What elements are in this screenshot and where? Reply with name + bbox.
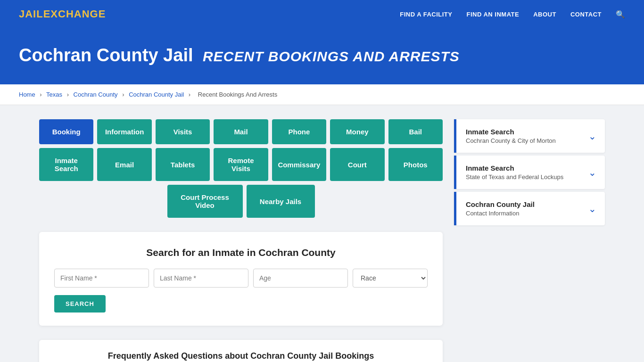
hero-title-main: Cochran County Jail: [19, 45, 193, 65]
btn-remote-visits[interactable]: Remote Visits: [214, 148, 268, 181]
nav-find-facility[interactable]: FIND A FACILITY: [400, 11, 452, 18]
nav-search-icon[interactable]: 🔍: [616, 10, 625, 19]
chevron-down-icon: ⌄: [588, 203, 596, 214]
sidebar-card-3-subtitle: Contact Information: [466, 210, 535, 217]
left-column: Booking Information Visits Mail Phone Mo…: [39, 119, 443, 362]
right-sidebar: Inmate Search Cochran County & City of M…: [454, 119, 605, 228]
sidebar-card-inmate-search-texas[interactable]: Inmate Search State of Texas and Federal…: [454, 156, 605, 189]
btn-photos[interactable]: Photos: [388, 148, 443, 181]
sidebar-card-contact-info[interactable]: Cochran County Jail Contact Information …: [454, 192, 605, 225]
sidebar-card-inmate-search-cochran[interactable]: Inmate Search Cochran County & City of M…: [454, 119, 605, 153]
btn-money[interactable]: Money: [330, 119, 384, 144]
button-row-3: Court Process Video Nearby Jails: [39, 185, 443, 218]
nav-find-inmate[interactable]: FIND AN INMATE: [466, 11, 519, 18]
btn-nearby-jails[interactable]: Nearby Jails: [247, 185, 315, 218]
race-select[interactable]: Race White Black Hispanic Asian Other: [353, 269, 428, 288]
sidebar-card-2-title: Inmate Search: [466, 164, 563, 172]
breadcrumb-home[interactable]: Home: [19, 91, 35, 98]
page-title: Cochran County Jail RECENT BOOKINGS AND …: [19, 45, 625, 66]
sidebar-card-3-title: Cochran County Jail: [466, 200, 535, 208]
chevron-down-icon: ⌄: [588, 131, 596, 142]
nav-contact[interactable]: CONTACT: [570, 11, 602, 18]
sidebar-card-2-subtitle: State of Texas and Federal Lockups: [466, 173, 563, 181]
site-logo: JAILEXCHANGE: [19, 8, 106, 20]
faq-title: Frequently Asked Questions about Cochran…: [54, 351, 428, 361]
breadcrumb-current: Recent Bookings And Arrests: [198, 91, 277, 98]
navigation: JAILEXCHANGE FIND A FACILITY FIND AN INM…: [0, 0, 644, 28]
btn-email[interactable]: Email: [97, 148, 151, 181]
hero-title-subtitle: RECENT BOOKINGS AND ARRESTS: [203, 49, 460, 64]
sidebar-card-1-title: Inmate Search: [466, 128, 556, 136]
btn-court-process-video[interactable]: Court Process Video: [167, 185, 243, 218]
btn-commissary[interactable]: Commissary: [272, 148, 326, 181]
btn-visits[interactable]: Visits: [156, 119, 210, 144]
logo-jail: JAIL: [19, 8, 43, 20]
btn-booking[interactable]: Booking: [39, 119, 93, 144]
btn-court[interactable]: Court: [330, 148, 384, 181]
nav-links: FIND A FACILITY FIND AN INMATE ABOUT CON…: [400, 10, 625, 19]
faq-section: Frequently Asked Questions about Cochran…: [39, 340, 443, 362]
nav-about[interactable]: ABOUT: [533, 11, 556, 18]
search-fields: Race White Black Hispanic Asian Other: [54, 269, 428, 288]
breadcrumb-texas[interactable]: Texas: [46, 91, 62, 98]
main-content: Booking Information Visits Mail Phone Mo…: [20, 105, 624, 362]
search-title: Search for an Inmate in Cochran County: [54, 247, 428, 258]
logo-exchange: EXCHANGE: [43, 8, 106, 20]
btn-information[interactable]: Information: [97, 119, 151, 144]
nav-button-grid: Booking Information Visits Mail Phone Mo…: [39, 119, 443, 218]
first-name-input[interactable]: [54, 269, 149, 288]
btn-mail[interactable]: Mail: [214, 119, 268, 144]
breadcrumb-cochran-jail[interactable]: Cochran County Jail: [129, 91, 184, 98]
search-panel: Search for an Inmate in Cochran County R…: [39, 232, 443, 326]
age-input[interactable]: [253, 269, 348, 288]
btn-inmate-search[interactable]: Inmate Search: [39, 148, 93, 181]
button-row-2: Inmate Search Email Tablets Remote Visit…: [39, 148, 443, 181]
chevron-down-icon: ⌄: [588, 167, 596, 178]
breadcrumb: Home › Texas › Cochran County › Cochran …: [0, 84, 644, 105]
breadcrumb-cochran-county[interactable]: Cochran County: [74, 91, 118, 98]
btn-bail[interactable]: Bail: [388, 119, 443, 144]
btn-tablets[interactable]: Tablets: [156, 148, 210, 181]
sidebar-card-1-subtitle: Cochran County & City of Morton: [466, 137, 556, 144]
btn-phone[interactable]: Phone: [272, 119, 326, 144]
hero-section: Cochran County Jail RECENT BOOKINGS AND …: [0, 28, 644, 84]
last-name-input[interactable]: [154, 269, 248, 288]
search-button[interactable]: SEARCH: [54, 295, 106, 313]
button-row-1: Booking Information Visits Mail Phone Mo…: [39, 119, 443, 144]
